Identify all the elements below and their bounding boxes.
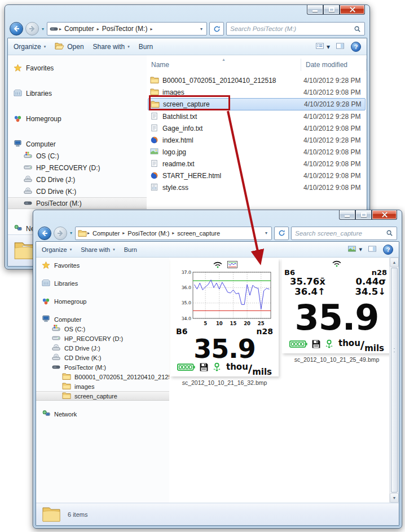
file-thumbnail-sc-21-25-49[interactable]: B6 n28 35.76x̄ 36.4↑ 0.44σ 34.5 [282, 258, 391, 363]
sidebar-item-libraries[interactable]: Libraries [36, 278, 169, 288]
refresh-button[interactable] [209, 22, 224, 36]
forward-button[interactable] [25, 22, 39, 36]
sidebar-item-favorites[interactable]: Favorites [36, 260, 169, 270]
help-button[interactable]: ? [351, 42, 361, 52]
sidebar-item-cd-drive-k[interactable]: CD Drive (K:) [36, 353, 169, 362]
close-icon [349, 7, 356, 12]
sidebar-item-network[interactable]: Network [36, 409, 169, 419]
burn-button[interactable]: Burn [124, 246, 137, 253]
file-thumbnail-sc-21-16-32[interactable]: 51015202537.036.035.034.0 B6 n28 35.9 [170, 259, 279, 386]
sidebar-item-positector-m[interactable]: PosiTector (M:) [8, 197, 147, 209]
minimize-button[interactable] [339, 210, 355, 220]
battery-icon [177, 363, 195, 374]
bmp-preview: B6 n28 35.76x̄ 36.4↑ 0.44σ 34.5 [282, 258, 391, 353]
file-name: Gage_info.txt [162, 125, 202, 132]
sidebar-item-libraries[interactable]: Libraries [8, 87, 147, 99]
sidebar-item-computer[interactable]: Computer [8, 138, 147, 150]
maximize-button[interactable] [355, 210, 372, 220]
battery-icon [289, 340, 307, 351]
help-button[interactable]: ? [383, 245, 393, 255]
file-row-style-css[interactable]: style.css4/10/2012 9:08 PM [148, 181, 366, 193]
breadcrumb-dropdown-icon[interactable]: ▾ [263, 230, 269, 236]
back-button[interactable] [38, 227, 51, 240]
open-button[interactable]: Open [55, 42, 83, 51]
file-row-start-here-html[interactable]: START_HERE.html4/10/2012 9:08 PM [148, 170, 366, 181]
scroll-up-button[interactable]: ▲ [390, 258, 399, 267]
refresh-button[interactable] [274, 227, 289, 240]
file-row-readme-txt[interactable]: readme.txt4/10/2012 9:08 PM [148, 158, 366, 170]
folder-icon [78, 229, 87, 237]
breadcrumb-item-positector-m[interactable]: PosiTector (M:) [125, 230, 171, 237]
search-input[interactable] [230, 25, 351, 32]
breadcrumb-item-computer[interactable]: Computer [62, 25, 96, 33]
column-header-date-modified[interactable]: Date modified [301, 59, 367, 71]
folder-icon [62, 373, 71, 381]
sidebar-item-screen-capture[interactable]: screen_capture [36, 391, 169, 401]
file-row-index-html[interactable]: index.html4/10/2012 9:28 PM [148, 134, 366, 146]
file-row-gage-info-txt[interactable]: Gage_info.txt4/10/2012 9:08 PM [148, 122, 366, 134]
toolbar-right: ▾ ? [315, 42, 361, 52]
breadcrumb[interactable]: ▸Computer▸PosiTector (M:)▸screen_capture… [75, 227, 272, 240]
breadcrumb-item-positector-m[interactable]: PosiTector (M:) [100, 25, 150, 33]
file-date-modified: 4/10/2012 9:28 PM [302, 100, 365, 108]
recent-pages-dropdown-icon[interactable]: ▾ [42, 26, 44, 32]
sidebar-item-hp-recovery-d[interactable]: HP_RECOVERY (D:) [8, 162, 147, 174]
maximize-button[interactable] [323, 5, 340, 15]
homegroup-icon [14, 114, 23, 123]
change-view-button[interactable]: ▾ [347, 245, 362, 254]
units-label: thou/mils [338, 340, 384, 350]
sidebar-item-computer[interactable]: Computer [36, 314, 169, 324]
file-row-b00001-0702051-20120410-212518[interactable]: B00001_0702051_20120410_2125184/10/2012 … [148, 74, 366, 86]
breadcrumb-item-screen-capture[interactable]: screen_capture [175, 230, 222, 237]
sidebar-item-positector-m[interactable]: PosiTector (M:) [36, 362, 169, 372]
breadcrumb[interactable]: ▸Computer▸PosiTector (M:)▸▾ [47, 22, 207, 36]
search-icon[interactable] [386, 229, 393, 237]
sidebar-item-cd-drive-k[interactable]: CD Drive (K:) [8, 185, 147, 197]
column-headers: Name▲ Date modified [147, 59, 367, 71]
search-box [226, 22, 365, 36]
sidebar-item-os-c[interactable]: OS (C:) [8, 150, 147, 162]
file-row-images[interactable]: images4/10/2012 9:08 PM [148, 86, 366, 98]
vertical-scrollbar: ▲ ▼ [389, 258, 399, 503]
command-toolbar: Organize▾ Open Share with▾ Burn ▾ ? [8, 38, 367, 55]
minimize-button[interactable] [307, 5, 323, 15]
search-input[interactable] [295, 230, 384, 237]
thickness-trend-chart: 51015202537.036.035.034.0 [175, 269, 274, 327]
sidebar-item-hp-recovery-d[interactable]: HP_RECOVERY (D:) [36, 334, 169, 343]
share-with-button[interactable]: Share with▾ [81, 246, 115, 253]
close-button[interactable] [372, 210, 397, 220]
file-row-screen-capture[interactable]: screen_capture4/10/2012 9:28 PM [148, 98, 366, 110]
refresh-icon [278, 229, 285, 237]
forward-button[interactable] [54, 227, 67, 240]
sidebar-item-cd-drive-j[interactable]: CD Drive (J:) [36, 343, 169, 353]
share-with-button[interactable]: Share with▾ [93, 43, 130, 51]
mini-chart-icon [227, 260, 237, 271]
close-button[interactable] [340, 5, 365, 15]
svg-text:20: 20 [244, 321, 250, 326]
organize-button[interactable]: Organize▾ [14, 43, 46, 51]
scroll-down-button[interactable]: ▼ [390, 493, 399, 503]
sidebar-item-favorites[interactable]: Favorites [8, 62, 147, 74]
removable-drive-icon [50, 25, 59, 33]
sidebar-item-homegroup[interactable]: Homegroup [8, 113, 147, 125]
change-view-button[interactable]: ▾ [315, 42, 330, 51]
sidebar-item-os-c[interactable]: OS (C:) [36, 324, 169, 334]
sidebar-item-cd-drive-j[interactable]: CD Drive (J:) [8, 174, 147, 185]
breadcrumb-dropdown-icon[interactable]: ▾ [199, 26, 204, 32]
recent-pages-dropdown-icon[interactable]: ▾ [70, 230, 72, 236]
burn-button[interactable]: Burn [139, 43, 153, 51]
breadcrumb-item-computer[interactable]: Computer [90, 230, 122, 237]
column-header-name[interactable]: Name▲ [147, 59, 301, 71]
search-icon[interactable] [354, 25, 361, 33]
sidebar-item-images[interactable]: images [36, 382, 169, 391]
sidebar-item-homegroup[interactable]: Homegroup [36, 296, 169, 306]
sidebar-item-b00001-0702051-20120410-212518[interactable]: B00001_0702051_20120410_212518 [36, 372, 169, 382]
organize-button[interactable]: Organize▾ [42, 246, 72, 253]
scrollbar-thumb[interactable] [391, 268, 398, 493]
back-button[interactable] [10, 22, 23, 36]
preview-pane-button[interactable] [336, 42, 345, 51]
file-row-batchlist-txt[interactable]: Batchlist.txt4/10/2012 9:28 PM [148, 110, 366, 122]
preview-pane-button[interactable] [368, 245, 377, 254]
computer-icon [14, 140, 23, 148]
file-row-logo-jpg[interactable]: logo.jpg4/10/2012 9:08 PM [148, 146, 366, 158]
